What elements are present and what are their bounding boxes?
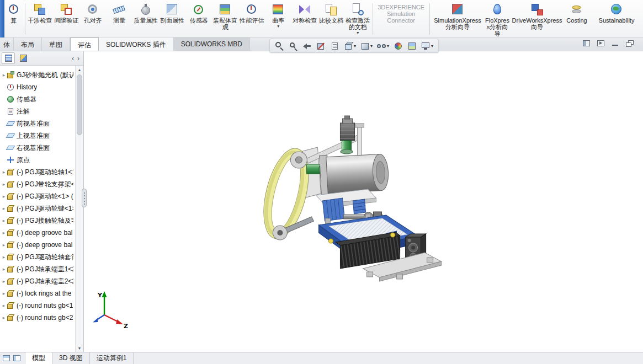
annotation-view-button[interactable] (328, 40, 341, 52)
statusbar-icons (0, 352, 24, 364)
tree-item[interactable]: ▸GJ砂带抛光机 (默认<默 (1, 69, 73, 81)
tool-clearance-verification[interactable]: 间隙验证 (53, 1, 79, 25)
tool-mass-properties[interactable]: 质量属性 (132, 1, 159, 25)
zoom-fit-button[interactable] (273, 40, 286, 52)
tool-performance-evaluation[interactable]: 性能评估 (238, 1, 265, 25)
tree-item[interactable]: ▸(-) PGJ驱动轮<1> (默 (1, 190, 73, 202)
graphics-area[interactable]: Y Z (84, 51, 643, 352)
apply-scene-button[interactable] (406, 40, 418, 52)
tool-label: 质量属性 (134, 17, 158, 24)
expand-arrow-icon[interactable]: ▸ (1, 254, 7, 260)
expand-arrow-icon[interactable]: ▸ (1, 242, 7, 248)
featuremanager-tab[interactable] (2, 52, 15, 64)
tree-item[interactable]: 上视基准面 (1, 130, 73, 142)
collapse-pane-icon[interactable] (583, 40, 591, 47)
pane-arrow-1[interactable]: ‹ (72, 53, 74, 64)
tool-interference-check[interactable]: 干涉检查 (26, 1, 53, 25)
tree-item[interactable]: 传感器 (1, 93, 73, 105)
tool-section-properties[interactable]: 剖面属性 (159, 1, 185, 25)
dropdown-arrow-icon: ▾ (277, 24, 279, 29)
tool-hole-alignment[interactable]: 孔对齐 (79, 1, 106, 25)
command-tab-1[interactable]: 体 (0, 38, 14, 51)
tool-driveworksxpress[interactable]: DriveWorksXpress向导 (511, 1, 564, 31)
tree-item[interactable]: ▸(-) deep groove bal (1, 227, 73, 239)
expand-arrow-icon[interactable]: ▸ (1, 206, 7, 211)
tool-partial-evaluate[interactable]: 算 (4, 1, 23, 25)
tree-item[interactable]: ▸(-) lock rings at the (1, 287, 73, 299)
tree-item[interactable]: ▸(-) PGJ驱动轮轴1<1> (1, 166, 73, 178)
tree-item[interactable]: 原点 (1, 154, 73, 166)
view-settings-button[interactable]: ▾ (419, 40, 435, 52)
scrollbar-thumb[interactable] (77, 74, 82, 135)
expand-arrow-icon[interactable]: ▸ (1, 218, 7, 223)
command-tab-2[interactable]: 布局 (14, 38, 42, 51)
tree-item[interactable]: ▸(-) PGJ驱动轮轴套筒< (1, 251, 73, 263)
command-tab-6[interactable]: SOLIDWORKS MBD (174, 38, 250, 51)
command-tab-4[interactable]: 评估 (70, 38, 99, 51)
tool-symmetry-check[interactable]: 对称检查 (291, 1, 318, 25)
command-tab-3[interactable]: 草图 (42, 38, 70, 51)
tool-sustainability[interactable]: Sustainability (590, 1, 643, 25)
edit-appearance-button[interactable] (392, 40, 405, 52)
view-tab-1[interactable]: 模型 (25, 352, 52, 364)
tree-item[interactable]: ▸(-) round nuts gb<2 (1, 312, 73, 324)
tree-item-label: (-) PGJ驱动轮键<1> (17, 204, 73, 213)
tree-item[interactable]: ▸(-) deep groove bal (1, 239, 73, 251)
previous-view-button[interactable] (301, 40, 313, 52)
expand-arrow-icon[interactable]: ▸ (1, 194, 7, 199)
assembly-icon (7, 71, 15, 79)
tree-item[interactable]: History (1, 81, 73, 93)
expand-pane-icon[interactable] (597, 40, 605, 47)
expand-arrow-icon[interactable]: ▸ (1, 279, 7, 284)
tool-curvature[interactable]: 曲率▾ (265, 1, 291, 30)
panel-splitter[interactable] (82, 189, 87, 207)
view-tab-2[interactable]: 3D 视图 (52, 352, 90, 364)
window-pane-icon[interactable] (13, 355, 22, 362)
tool-3dexperience[interactable]: 3DEXPERIENCE Simulation Connector (375, 1, 428, 25)
pane-arrow-2[interactable]: › (77, 53, 79, 64)
tree-item[interactable]: ▸(-) PGJ驱动轮键<1> (1, 202, 73, 215)
tool-simulationxpress[interactable]: SimulationXpress分析向导 (431, 1, 484, 31)
expand-arrow-icon[interactable]: ▸ (1, 266, 7, 272)
hide-show-items-button[interactable]: ▾ (375, 40, 391, 52)
display-style-button[interactable]: ▾ (359, 40, 374, 52)
restore-pane-icon[interactable] (626, 40, 634, 47)
minimize-pane-icon[interactable] (612, 40, 620, 47)
view-tab-3[interactable]: 运动算例1 (90, 352, 134, 364)
tool-assembly-visualization[interactable]: 装配体直观 (212, 1, 238, 31)
tree-scrollbar[interactable]: ▲ ▼ (75, 66, 83, 352)
view-orientation-button[interactable]: ▾ (342, 40, 358, 52)
expand-arrow-icon[interactable]: ▸ (1, 291, 7, 296)
zoom-fit-icon (275, 41, 284, 51)
tree-item[interactable]: ▸(-) PGJ带轮支撑架<1 (1, 178, 73, 190)
expand-arrow-icon[interactable]: ▸ (1, 72, 7, 78)
tool-floxpress[interactable]: FloXpress分析向导 (484, 1, 511, 37)
expand-arrow-icon[interactable]: ▸ (1, 181, 7, 187)
displaymanager-tab[interactable] (17, 52, 30, 64)
main-area: ‹› ▸GJ砂带抛光机 (默认<默History传感器注解前视基准面上视基准面右… (0, 51, 643, 352)
tree-item[interactable]: ▸(-) round nuts gb<1 (1, 299, 73, 312)
window-split-icon[interactable] (2, 355, 11, 362)
tool-compare-documents[interactable]: 比较文档 (318, 1, 344, 25)
part-icon (7, 290, 15, 297)
tool-costing[interactable]: Costing (564, 1, 590, 25)
tree-item[interactable]: 前视基准面 (1, 117, 73, 130)
tree-item[interactable]: 注解 (1, 105, 73, 117)
tree-item[interactable]: 右视基准面 (1, 142, 73, 154)
3d-model-canvas[interactable]: Y Z (84, 51, 643, 352)
zoom-area-button[interactable] (287, 40, 300, 52)
scroll-up-icon[interactable]: ▲ (76, 66, 84, 73)
tool-sensor[interactable]: 传感器 (185, 1, 212, 25)
scroll-down-icon[interactable]: ▼ (76, 344, 84, 352)
expand-arrow-icon[interactable]: ▸ (1, 303, 7, 308)
expand-arrow-icon[interactable]: ▸ (1, 230, 7, 235)
expand-arrow-icon[interactable]: ▸ (1, 315, 7, 320)
section-view-button[interactable] (315, 40, 327, 52)
tree-item[interactable]: ▸(-) PGJ接触轮轴及零 (1, 215, 73, 227)
expand-arrow-icon[interactable]: ▸ (1, 169, 7, 175)
tree-item[interactable]: ▸(-) PGJ轴承端盖1<2> (1, 263, 73, 275)
tree-item[interactable]: ▸(-) PGJ轴承端盖2<2> (1, 275, 73, 287)
tool-measure[interactable]: 测量 (106, 1, 132, 25)
tool-check-active-documents[interactable]: 检查激活的文档▾ (344, 1, 371, 36)
command-tab-5[interactable]: SOLIDWORKS 插件 (99, 38, 174, 51)
